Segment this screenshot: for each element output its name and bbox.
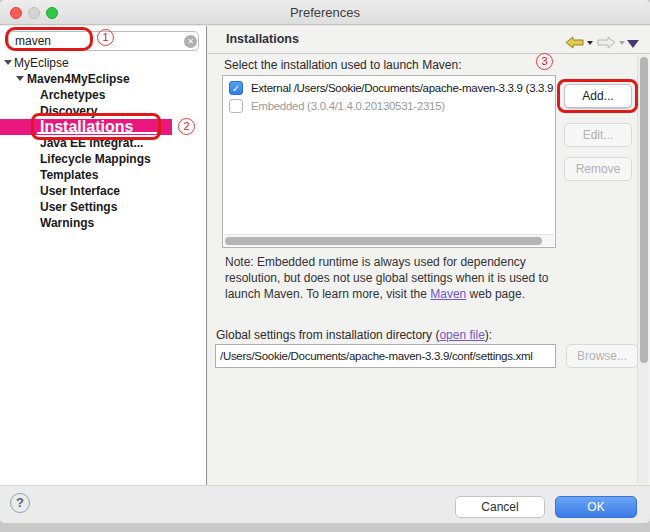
- select-installation-label: Select the installation used to launch M…: [224, 58, 461, 72]
- view-menu-icon[interactable]: [627, 40, 639, 48]
- global-settings-path-field[interactable]: [215, 344, 556, 368]
- vertical-scrollbar[interactable]: [637, 55, 648, 484]
- disclosure-triangle-icon[interactable]: [4, 60, 12, 65]
- browse-button: Browse...: [566, 344, 638, 368]
- checkbox-embedded[interactable]: ✓: [229, 99, 243, 113]
- vertical-scrollbar-thumb[interactable]: [640, 57, 648, 363]
- search-clear-icon[interactable]: ✕: [184, 35, 197, 48]
- cancel-button[interactable]: Cancel: [455, 496, 545, 518]
- tree-item-discovery[interactable]: Discovery: [0, 103, 206, 119]
- header-separator: [208, 53, 650, 54]
- title-bar[interactable]: Preferences: [0, 0, 650, 25]
- add-button[interactable]: Add...: [564, 84, 632, 108]
- remove-button: Remove: [564, 157, 632, 181]
- close-window-icon[interactable]: [10, 7, 22, 19]
- ok-button[interactable]: OK: [555, 496, 637, 518]
- tree-item-user-settings[interactable]: User Settings: [0, 199, 206, 215]
- tree-item-templates[interactable]: Templates: [0, 167, 206, 183]
- back-history-caret-icon[interactable]: [587, 41, 593, 45]
- horizontal-scrollbar-thumb[interactable]: [225, 237, 542, 245]
- help-button[interactable]: ?: [10, 493, 30, 513]
- tree-item-java-ee-integration[interactable]: Java EE Integrat...: [0, 135, 206, 151]
- installations-list[interactable]: ✓ External /Users/Sookie/Documents/apach…: [222, 75, 556, 248]
- search-input[interactable]: [8, 31, 199, 51]
- horizontal-scrollbar[interactable]: [224, 234, 554, 246]
- open-file-link[interactable]: open file: [439, 328, 484, 342]
- forward-history-caret-icon[interactable]: [619, 41, 625, 45]
- edit-button: Edit...: [564, 123, 632, 147]
- maven-link[interactable]: Maven: [430, 287, 466, 301]
- checkbox-external[interactable]: ✓: [229, 81, 243, 95]
- selection-underline: [37, 132, 157, 134]
- tree-item-maven4myeclipse[interactable]: Maven4MyEclipse: [0, 71, 206, 87]
- zoom-window-icon[interactable]: [46, 7, 58, 19]
- window-title: Preferences: [0, 0, 650, 25]
- footer-bar: [0, 485, 650, 523]
- minimize-window-icon[interactable]: [28, 7, 40, 19]
- tree-item-myeclipse[interactable]: MyEclipse: [0, 55, 206, 71]
- page-title: Installations: [226, 32, 299, 46]
- embedded-runtime-note: Note: Embedded runtime is always used fo…: [225, 254, 585, 302]
- tree-item-warnings[interactable]: Warnings: [0, 215, 206, 231]
- tree-item-archetypes[interactable]: Archetypes: [0, 87, 206, 103]
- back-icon[interactable]: [565, 36, 584, 49]
- tree-item-user-interface[interactable]: User Interface: [0, 183, 206, 199]
- tree-item-lifecycle-mappings[interactable]: Lifecycle Mappings: [0, 151, 206, 167]
- list-item-external[interactable]: ✓ External /Users/Sookie/Documents/apach…: [227, 79, 555, 97]
- preferences-window: Preferences ✕ MyEclipse Maven4MyEclipse …: [0, 0, 650, 523]
- disclosure-triangle-icon[interactable]: [16, 76, 24, 81]
- global-settings-label: Global settings from installation direct…: [216, 328, 492, 342]
- forward-icon[interactable]: [597, 36, 616, 49]
- list-item-embedded[interactable]: ✓ Embedded (3.0.4/1.4.0.20130531-2315): [227, 97, 555, 115]
